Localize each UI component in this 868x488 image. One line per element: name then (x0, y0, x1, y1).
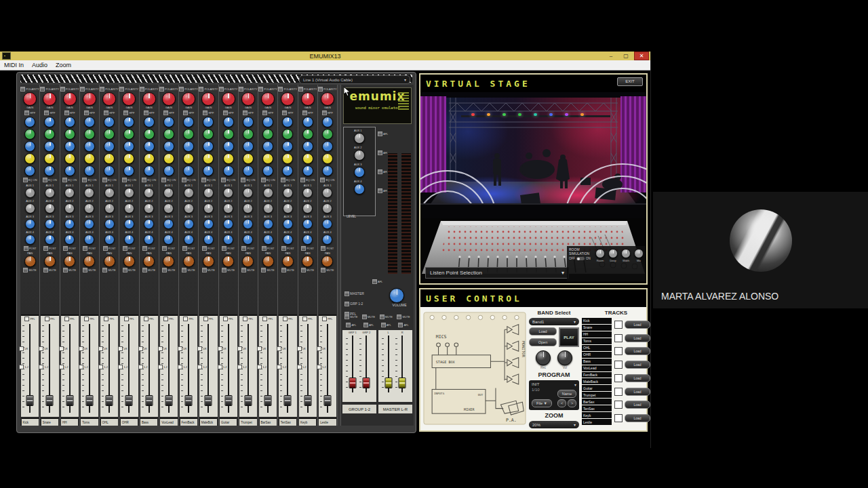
eq-lf-knob[interactable] (243, 165, 254, 176)
audio-device-dropdown[interactable]: Line 1 (Virtual Audio Cable) ▾ (299, 75, 410, 84)
polarity-button[interactable]: POLARITY (60, 87, 79, 92)
eq-hmf-freq-knob[interactable] (144, 129, 155, 140)
eq-hmf-gain-knob[interactable] (282, 141, 293, 152)
master-aux-knob[interactable] (354, 167, 365, 178)
aux3-knob[interactable] (322, 219, 332, 229)
gain-knob[interactable] (241, 92, 255, 106)
channel-fader[interactable]: LR 1-2 (104, 323, 114, 414)
eq-lmf-knob[interactable] (123, 153, 134, 164)
pfl-button[interactable]: PFL (45, 317, 55, 321)
eq-lf-knob[interactable] (104, 165, 115, 176)
aux2-knob[interactable] (45, 203, 55, 214)
program-file-button[interactable]: File ▼ (532, 399, 552, 407)
aux2-knob[interactable] (302, 203, 313, 214)
eq-lmf-knob[interactable] (64, 153, 75, 164)
channel-fader[interactable]: LR 1-2 (45, 323, 54, 414)
track-load-button[interactable]: Load (625, 361, 650, 369)
polarity-button[interactable]: POLARITY (239, 87, 258, 92)
eq-lmf-knob[interactable] (302, 153, 313, 164)
lr-assign-button[interactable]: LR (98, 346, 107, 351)
polarity-button[interactable]: POLARITY (100, 87, 119, 92)
eq-hmf-gain-knob[interactable] (302, 141, 313, 152)
channel-fader[interactable]: LR 1-2 (25, 323, 35, 414)
eq-on-button[interactable]: EQ ON (142, 178, 156, 182)
group-assign-button[interactable]: 1-2 (297, 365, 307, 369)
aux1-knob[interactable] (163, 188, 174, 198)
room-sim-toggle[interactable] (576, 257, 585, 260)
lr-assign-button[interactable]: LR (197, 346, 206, 351)
hpf-button[interactable]: HPF (203, 110, 214, 115)
post-button[interactable]: POST (63, 246, 76, 251)
eq-lmf-knob[interactable] (243, 153, 254, 164)
aux2-knob[interactable] (144, 203, 154, 214)
post-button[interactable]: POST (281, 246, 294, 251)
band-load-button[interactable]: Load (529, 327, 557, 336)
group-assign-button[interactable]: 1-2 (197, 365, 207, 369)
aux4-knob[interactable] (163, 235, 174, 245)
lr-assign-button[interactable]: LR (19, 346, 28, 351)
pan-knob[interactable] (222, 256, 234, 267)
aux2-knob[interactable] (223, 203, 233, 214)
gain-knob[interactable] (301, 92, 315, 106)
group-assign-button[interactable]: 1-2 (79, 365, 88, 369)
aux4-knob[interactable] (184, 235, 194, 245)
aux3-knob[interactable] (64, 219, 75, 229)
aux3-knob[interactable] (84, 219, 94, 229)
track-load-button[interactable]: Load (625, 388, 650, 396)
eq-hf-knob[interactable] (183, 117, 194, 127)
aux3-knob[interactable] (243, 219, 253, 229)
group-assign-button[interactable]: 1-2 (98, 365, 108, 369)
fader-cap[interactable] (304, 395, 311, 406)
lr-assign-button[interactable]: LR (218, 346, 226, 351)
eq-hf-knob[interactable] (322, 117, 333, 127)
track-checkbox[interactable] (614, 401, 623, 409)
aux1-knob[interactable] (45, 188, 55, 198)
lr-assign-button[interactable]: LR (158, 346, 167, 351)
aux1-knob[interactable] (283, 188, 293, 198)
aux3-knob[interactable] (283, 219, 293, 229)
band-open-button[interactable]: Open (529, 338, 557, 346)
mute-button[interactable]: MUTE (222, 268, 235, 272)
post-button[interactable]: POST (123, 246, 136, 251)
channel-fader[interactable]: LR 1-2 (283, 323, 292, 414)
gain-knob[interactable] (222, 92, 235, 106)
lr-assign-button[interactable]: LR (59, 346, 68, 351)
pan-knob[interactable] (302, 256, 313, 267)
eq-hmf-freq-knob[interactable] (183, 129, 194, 140)
eq-on-button[interactable]: EQ ON (82, 178, 96, 182)
eq-lf-knob[interactable] (24, 165, 35, 176)
aux-afl-button[interactable]: AFL (378, 131, 388, 136)
aux4-knob[interactable] (25, 235, 35, 245)
fader-cap[interactable] (224, 395, 232, 406)
aux1-knob[interactable] (302, 188, 313, 198)
aux4-knob[interactable] (144, 235, 154, 245)
eq-hmf-freq-knob[interactable] (123, 129, 134, 140)
eq-hmf-freq-knob[interactable] (24, 129, 35, 140)
track-checkbox[interactable] (614, 321, 623, 329)
polarity-button[interactable]: POLARITY (140, 87, 159, 92)
mute-button[interactable]: MUTE (123, 268, 136, 272)
chevron-down-icon[interactable]: ▾ (574, 382, 576, 387)
master-fader[interactable]: GRP 2 (362, 336, 370, 394)
eq-on-button[interactable]: EQ ON (320, 178, 334, 182)
fader-cap[interactable] (165, 395, 172, 406)
mute-button[interactable]: MUTE (102, 268, 115, 272)
aux3-knob[interactable] (263, 219, 273, 229)
polarity-button[interactable]: POLARITY (278, 87, 297, 92)
eq-on-button[interactable]: EQ ON (122, 178, 136, 182)
eq-lf-knob[interactable] (163, 165, 174, 176)
group-assign-button[interactable]: 1-2 (257, 365, 267, 369)
aux3-knob[interactable] (223, 219, 233, 229)
pfl-button[interactable]: PFL (124, 317, 134, 321)
mute-button[interactable]: MUTE (301, 268, 314, 272)
group-mute-button[interactable]: MUTE (397, 314, 410, 319)
eq-hf-knob[interactable] (84, 117, 95, 127)
aux3-knob[interactable] (203, 219, 214, 229)
eq-hf-knob[interactable] (163, 117, 174, 127)
aux2-knob[interactable] (184, 203, 194, 214)
eq-hf-knob[interactable] (223, 117, 234, 127)
eq-hmf-freq-knob[interactable] (84, 129, 95, 140)
hpf-button[interactable]: HPF (123, 110, 134, 115)
grp12-button[interactable]: GRP 1-2 (344, 302, 364, 306)
pfl-button[interactable]: PFL (302, 317, 313, 321)
